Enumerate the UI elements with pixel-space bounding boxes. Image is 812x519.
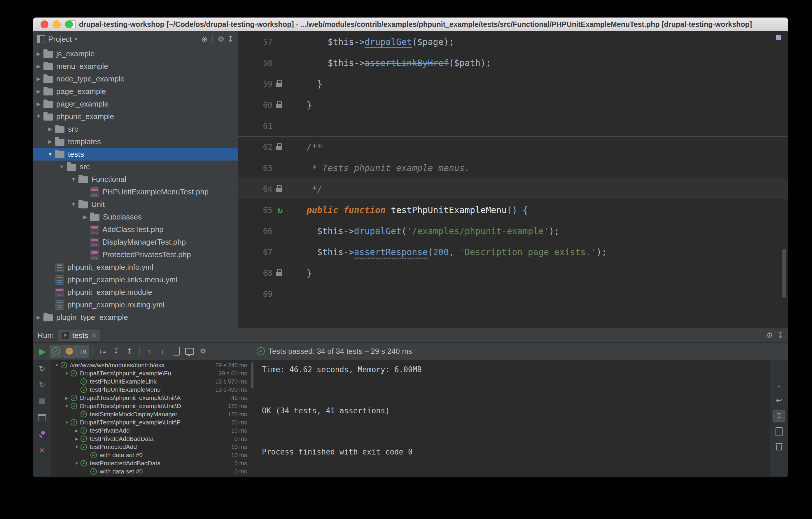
- rerun-icon[interactable]: ↻: [37, 364, 47, 373]
- project-tree-item-phpunitexamplemenutest-php[interactable]: PHPUnitExampleMenuTest.php: [33, 186, 238, 198]
- run-test-icon[interactable]: ↻: [272, 199, 288, 220]
- chevron-right-icon[interactable]: ▶: [73, 437, 81, 441]
- project-tree-item-js-example[interactable]: ▶js_example: [33, 48, 238, 60]
- project-tree-item-unit[interactable]: ▼Unit: [33, 198, 238, 211]
- chevron-down-icon[interactable]: ▼: [63, 420, 70, 425]
- chevron-right-icon[interactable]: ▶: [33, 63, 44, 70]
- show-ignored-toggle[interactable]: ≡: [63, 345, 76, 358]
- minimize-window-button[interactable]: [53, 21, 61, 28]
- editor-line-60[interactable]: 60 }: [238, 94, 788, 115]
- test-history-button[interactable]: [183, 345, 196, 358]
- editor-line-67[interactable]: 67 $this->assertResponse(200, 'Descripti…: [238, 241, 788, 263]
- test-tree-item-testphpunitexamplelink[interactable]: ✓testPhpUnitExampleLink15 s 570 ms: [51, 377, 254, 386]
- zoom-window-button[interactable]: [65, 21, 73, 28]
- project-tree-item-node-type-example[interactable]: ▶node_type_example: [33, 73, 238, 85]
- project-tree-item-phpunit-example[interactable]: ▼phpunit_example: [33, 110, 238, 123]
- test-tree-item-with-data-set-0[interactable]: ✓with data set #00 ms: [51, 467, 254, 475]
- chevron-right-icon[interactable]: ▶: [45, 139, 55, 145]
- project-tree-item-subclasses[interactable]: ▶Subclasses: [33, 211, 238, 223]
- editor-scrollbar[interactable]: [782, 249, 786, 298]
- scroll-up-icon[interactable]: ↑: [773, 363, 785, 375]
- editor-line-63[interactable]: 63 * Tests phpunit_example menus.: [238, 157, 788, 179]
- chevron-down-icon[interactable]: ▼: [63, 371, 70, 376]
- test-tree-item-testprotectedaddbaddata[interactable]: ▼✓testProtectedAddBadData0 ms: [51, 459, 254, 467]
- project-tree-item-phpunit-example-links-menu-yml[interactable]: phpunit_example.links.menu.yml: [33, 274, 238, 286]
- editor-line-64[interactable]: 64 */: [238, 179, 788, 199]
- rerun-tests-button[interactable]: ▶: [36, 345, 49, 358]
- clear-console-icon[interactable]: [773, 442, 785, 453]
- chevron-right-icon[interactable]: ▶: [63, 396, 70, 400]
- sort-by-duration-button[interactable]: ↓≡: [96, 345, 109, 358]
- tab-tests[interactable]: tests ×: [58, 330, 100, 341]
- chevron-down-icon[interactable]: ▼: [45, 152, 55, 157]
- previous-failed-test-button[interactable]: ↑: [143, 345, 156, 358]
- hide-panel-icon[interactable]: ↧: [777, 331, 783, 340]
- project-tree-item-phpunit-example-routing-yml[interactable]: phpunit_example.routing.yml: [33, 299, 238, 311]
- chevron-down-icon[interactable]: ▼: [63, 404, 70, 408]
- test-tree-item-drupal-tests-phpunit-example-unit-d[interactable]: ▼✓Drupal\Tests\phpunit_example\Unit\D120…: [51, 402, 254, 410]
- project-tree-item-page-example[interactable]: ▶page_example: [33, 85, 238, 98]
- test-tree-item-with-data-set-0[interactable]: ✓with data set #010 ms: [51, 451, 254, 459]
- project-tree-item-src[interactable]: ▼src: [33, 161, 238, 173]
- test-tree-item-testprotectedadd[interactable]: ▼✓testProtectedAdd10 ms: [51, 443, 254, 451]
- chevron-right-icon[interactable]: ▶: [33, 76, 44, 82]
- chevron-down-icon[interactable]: ▼: [68, 202, 79, 208]
- next-failed-test-button[interactable]: ↓: [156, 345, 169, 358]
- show-passed-toggle[interactable]: ✓: [50, 345, 62, 358]
- test-tree-item-drupal-tests-phpunit-example-unit-a[interactable]: ▶✓Drupal\Tests\phpunit_example\Unit\A40 …: [51, 394, 254, 402]
- scroll-down-icon[interactable]: ↓: [773, 379, 785, 390]
- project-tree-item-plugin-type-example[interactable]: ▶plugin_type_example: [33, 311, 238, 324]
- titlebar[interactable]: drupal-testing-workshop [~/Code/os/drupa…: [33, 18, 788, 31]
- print-icon[interactable]: [773, 426, 785, 438]
- chevron-right-icon[interactable]: ▶: [80, 214, 90, 220]
- editor-line-66[interactable]: 66 $this->drupalGet('/examples/phpunit-e…: [238, 220, 788, 241]
- test-tree-item-drupal-tests-phpunit-example-fu[interactable]: ▼✓Drupal\Tests\phpunit_example\Fu29 s 60…: [51, 369, 254, 377]
- project-tree-item-tests[interactable]: ▼tests: [33, 148, 238, 161]
- chevron-right-icon[interactable]: ▶: [33, 51, 44, 57]
- chevron-down-icon[interactable]: ▼: [53, 363, 61, 367]
- tree-scrollbar[interactable]: [251, 362, 254, 388]
- expand-all-button[interactable]: ↧: [110, 345, 122, 358]
- editor-line-57[interactable]: 57 $this->drupalGet($page);: [238, 31, 788, 52]
- settings-gear-icon[interactable]: ⚙: [766, 331, 773, 340]
- editor-line-65[interactable]: 65↻ public function testPhpUnitExampleMe…: [238, 199, 788, 220]
- chevron-right-icon[interactable]: ▶: [33, 88, 44, 94]
- pin-tab-icon[interactable]: [37, 429, 47, 439]
- chevron-right-icon[interactable]: ▶: [33, 101, 44, 107]
- project-tree-item-templates[interactable]: ▶templates: [33, 135, 238, 148]
- stop-icon[interactable]: [37, 397, 47, 406]
- project-tree-item-functional[interactable]: ▼Functional: [33, 173, 238, 186]
- project-tree-item-phpunit-example-module[interactable]: phpunit_example.module: [33, 286, 238, 299]
- scroll-to-end-icon[interactable]: ↧: [773, 410, 785, 422]
- editor-line-59[interactable]: 59 }: [238, 73, 788, 94]
- chevron-down-icon[interactable]: ▼: [68, 176, 79, 183]
- test-tree-item-drupal-tests-phpunit-example-unit-p[interactable]: ▼✓Drupal\Tests\phpunit_example\Unit\P20 …: [51, 418, 254, 427]
- close-tab-icon[interactable]: ×: [92, 332, 96, 339]
- editor-line-68[interactable]: 68 }: [238, 263, 788, 283]
- project-tree-item-phpunit-example-info-yml[interactable]: phpunit_example.info.yml: [33, 261, 238, 274]
- close-window-button[interactable]: [40, 21, 49, 28]
- project-tree-item-pager-example[interactable]: ▶pager_example: [33, 98, 238, 110]
- test-tree-item-testsimplemockdisplaymanager[interactable]: ✓testSimpleMockDisplayManager120 ms: [51, 410, 254, 418]
- warning-stripe-mark[interactable]: [776, 35, 781, 40]
- editor-line-61[interactable]: 61: [238, 115, 788, 136]
- project-tree-item-displaymanagertest-php[interactable]: DisplayManagerTest.php: [33, 236, 238, 248]
- chevron-down-icon[interactable]: ▼: [73, 461, 81, 466]
- test-tree-item-var-www-web-modules-contrib-exa[interactable]: ▼✓/var/www/web/modules/contrib/exa29 s 2…: [51, 361, 254, 369]
- test-tree-item-testprivateaddbaddata[interactable]: ▶✓testPrivateAddBadData0 ms: [51, 435, 254, 443]
- code-editor[interactable]: 57 $this->drupalGet($page);58 $this->ass…: [238, 31, 788, 329]
- project-tree-item-src[interactable]: ▶src: [33, 123, 238, 135]
- locate-file-icon[interactable]: ⊕: [201, 35, 208, 44]
- chevron-right-icon[interactable]: ▶: [33, 315, 44, 321]
- hide-panel-icon[interactable]: ↧: [227, 35, 234, 44]
- restore-layout-icon[interactable]: [37, 413, 47, 422]
- editor-line-58[interactable]: 58 $this->assertLinkByHref($path);: [238, 52, 788, 73]
- project-tree-item-menu-example[interactable]: ▶menu_example: [33, 60, 238, 73]
- collapse-all-button[interactable]: ↥: [123, 345, 136, 358]
- project-view-selector[interactable]: Project: [48, 35, 72, 44]
- rerun-failed-tests-icon[interactable]: ↻: [37, 380, 47, 390]
- test-settings-button[interactable]: ⚙: [197, 345, 209, 358]
- editor-line-69[interactable]: 69: [238, 283, 788, 304]
- editor-line-62[interactable]: 62 /**: [238, 136, 788, 157]
- export-test-results-button[interactable]: [170, 345, 182, 358]
